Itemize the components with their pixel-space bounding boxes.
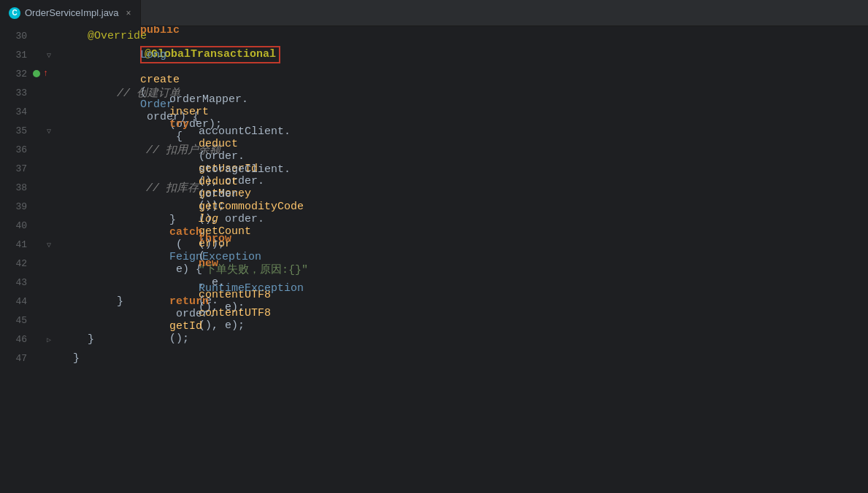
code-line-45: return order. getId ();: [58, 311, 868, 330]
line-number: 43: [0, 277, 33, 288]
keyword-return: return: [169, 295, 209, 308]
line-number: 34: [0, 106, 33, 117]
tab-title: OrderServiceImpl.java: [25, 7, 119, 18]
method-getId: getId: [169, 320, 202, 333]
line-row: 30: [0, 26, 51, 45]
line-row: 45: [0, 311, 51, 330]
method-deduct-account: deduct: [199, 138, 238, 150]
line-row: 37: [0, 159, 51, 178]
tab-close-button[interactable]: ×: [126, 8, 131, 18]
line-row: 36: [0, 140, 51, 159]
line-number: 30: [0, 31, 33, 42]
fold-icon[interactable]: ▽: [47, 128, 51, 136]
line-row: 39: [0, 197, 51, 216]
keyword-throw: throw: [199, 233, 231, 245]
keyword-new: new: [199, 257, 218, 270]
gutter-41: ▽: [33, 238, 51, 250]
code-text: return order. getId ();: [117, 283, 215, 357]
gutter-31: ▽: [33, 49, 51, 61]
line-number: 38: [0, 182, 33, 193]
gutter-35: ▽: [33, 125, 51, 136]
breakpoint-icon[interactable]: [33, 70, 40, 77]
line-number: 42: [0, 258, 33, 269]
tab-bar: C OrderServiceImpl.java ×: [0, 0, 868, 26]
file-type-icon: C: [9, 7, 20, 19]
line-row: 44: [0, 292, 51, 311]
keyword-public: public: [140, 26, 180, 36]
line-number: 33: [0, 88, 33, 98]
closing-brace-method: }: [88, 333, 94, 346]
gutter-32: ↑: [33, 69, 51, 79]
line-row: 31 ▽: [0, 45, 51, 64]
line-number: 32: [0, 69, 33, 79]
line-number: 39: [0, 201, 33, 212]
fold-icon[interactable]: ▽: [47, 241, 51, 249]
line-row: 33: [0, 83, 51, 102]
line-number: 41: [0, 239, 33, 250]
up-arrow-icon: ↑: [43, 69, 48, 79]
method-deduct-storage: deduct: [199, 176, 238, 188]
file-tab[interactable]: C OrderServiceImpl.java ×: [0, 0, 141, 26]
line-row: 34: [0, 102, 51, 121]
line-number: 36: [0, 144, 33, 155]
editor-area: 30 31 ▽ 32 ↑ 33 34 35: [0, 26, 868, 493]
fold-icon[interactable]: ▷: [47, 336, 51, 344]
line-number: 45: [0, 315, 33, 326]
line-number: 47: [0, 353, 33, 364]
line-row: 46 ▷: [0, 330, 51, 349]
closing-brace-class: }: [73, 352, 80, 365]
type-long: Long: [140, 49, 166, 61]
line-row: 38: [0, 178, 51, 197]
line-number: 40: [0, 220, 33, 231]
line-row: 35 ▽: [0, 121, 51, 140]
line-row: 40: [0, 216, 51, 235]
line-number: 46: [0, 334, 33, 345]
line-row: 47: [0, 349, 51, 368]
fold-icon[interactable]: ▽: [47, 52, 51, 60]
line-row: 43: [0, 273, 51, 292]
code-content: @Override @GlobalTransactional public Lo…: [51, 26, 868, 493]
line-number: 35: [0, 125, 33, 136]
line-row: 32 ↑: [0, 64, 51, 83]
line-number: 44: [0, 296, 33, 307]
line-row: 41 ▽: [0, 235, 51, 254]
line-number: 37: [0, 163, 33, 174]
gutter-46: ▷: [33, 333, 51, 345]
line-row: 42: [0, 254, 51, 273]
line-number: 31: [0, 50, 33, 61]
line-numbers: 30 31 ▽ 32 ↑ 33 34 35: [0, 26, 51, 493]
